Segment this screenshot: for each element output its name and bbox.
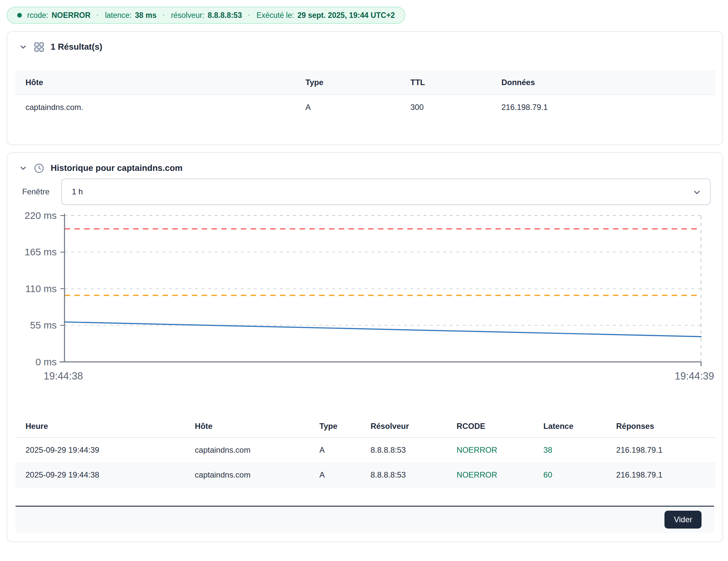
- window-select[interactable]: 1 h: [61, 178, 711, 205]
- results-card: 1 Résultat(s) Hôte Type TTL Données capt…: [7, 31, 723, 145]
- history-resolver: 8.8.8.8:53: [361, 462, 447, 487]
- rcode-value: NOERROR: [52, 11, 91, 20]
- badge-separator: ·: [247, 11, 251, 20]
- history-latency: 60: [533, 462, 606, 487]
- query-status-badge: rcode: NOERROR · latence: 38 ms · résolv…: [7, 7, 405, 24]
- resolver-label: résolveur:: [171, 11, 205, 20]
- clock-icon: [34, 163, 44, 173]
- history-table: Heure Hôte Type Résolveur RCODE Latence …: [16, 420, 715, 488]
- svg-text:110 ms: 110 ms: [25, 283, 57, 294]
- rcode-label: rcode:: [27, 11, 48, 20]
- table-row: captaindns.com. A 300 216.198.79.1: [16, 95, 715, 119]
- history-host: captaindns.com: [185, 462, 309, 487]
- history-col-time: Heure: [16, 420, 185, 438]
- resolver-status: résolveur: 8.8.8.8:53: [171, 11, 242, 20]
- window-select-value: 1 h: [72, 187, 83, 196]
- svg-text:220 ms: 220 ms: [24, 211, 57, 221]
- history-table-header-row: Heure Hôte Type Résolveur RCODE Latence …: [16, 420, 715, 438]
- executed-at-value: 29 sept. 2025, 19:44 UTC+2: [297, 11, 395, 20]
- results-col-type: Type: [296, 70, 400, 95]
- latency-status: latence: 38 ms: [105, 11, 157, 20]
- history-resolver: 8.8.8.8:53: [361, 438, 447, 462]
- collapse-chevron-icon[interactable]: [19, 164, 27, 172]
- status-dot-icon: [17, 13, 22, 18]
- history-time: 2025-09-29 19:44:39: [16, 438, 185, 462]
- result-data: 216.198.79.1: [491, 95, 715, 119]
- results-col-ttl: TTL: [400, 70, 491, 95]
- svg-text:19:44:38: 19:44:38: [44, 370, 83, 382]
- history-latency: 38: [533, 438, 606, 462]
- results-col-host: Hôte: [16, 70, 296, 95]
- latency-value: 38 ms: [135, 11, 157, 20]
- history-host: captaindns.com: [185, 438, 309, 462]
- history-rcode: NOERROR: [447, 462, 533, 487]
- resolver-value: 8.8.8.8:53: [208, 11, 242, 20]
- history-type: A: [309, 438, 360, 462]
- history-col-rcode: RCODE: [447, 420, 533, 438]
- table-row: 2025-09-29 19:44:39 captaindns.com A 8.8…: [16, 438, 715, 462]
- result-host: captaindns.com.: [16, 95, 296, 119]
- clear-history-button[interactable]: Vider: [664, 511, 702, 529]
- window-label: Fenêtre: [22, 187, 61, 196]
- results-table-header-row: Hôte Type TTL Données: [16, 70, 715, 95]
- history-card-title: Historique pour captaindns.com: [51, 163, 183, 173]
- result-type: A: [296, 95, 400, 119]
- chevron-down-icon: [692, 188, 702, 197]
- grid-icon: [34, 42, 44, 52]
- history-col-type: Type: [309, 420, 360, 438]
- history-col-latency: Latence: [533, 420, 606, 438]
- result-ttl: 300: [400, 95, 491, 119]
- history-table-footer: Vider: [16, 506, 714, 533]
- history-col-resolver: Résolveur: [361, 420, 447, 438]
- history-col-responses: Réponses: [606, 420, 715, 438]
- collapse-chevron-icon[interactable]: [19, 43, 27, 51]
- history-responses: 216.198.79.1: [606, 462, 715, 487]
- badge-separator: ·: [162, 11, 166, 20]
- history-time: 2025-09-29 19:44:38: [16, 462, 185, 487]
- latency-label: latence:: [105, 11, 132, 20]
- table-row: 2025-09-29 19:44:38 captaindns.com A 8.8…: [16, 462, 715, 487]
- svg-text:55 ms: 55 ms: [30, 320, 57, 331]
- history-responses: 216.198.79.1: [606, 438, 715, 462]
- svg-text:165 ms: 165 ms: [24, 246, 57, 257]
- results-table: Hôte Type TTL Données captaindns.com. A …: [16, 70, 715, 119]
- results-col-data: Données: [491, 70, 715, 95]
- rcode-status: rcode: NOERROR: [27, 11, 91, 20]
- badge-separator: ·: [96, 11, 100, 20]
- svg-text:0 ms: 0 ms: [35, 356, 57, 367]
- latency-history-chart: 0 ms55 ms110 ms165 ms220 ms19:44:3819:44…: [16, 211, 714, 394]
- svg-text:19:44:39: 19:44:39: [675, 370, 714, 382]
- history-type: A: [309, 462, 360, 487]
- latency-chart-svg: 0 ms55 ms110 ms165 ms220 ms19:44:3819:44…: [16, 211, 714, 394]
- executed-at-label: Exécuté le:: [256, 11, 294, 20]
- executed-at-status: Exécuté le: 29 sept. 2025, 19:44 UTC+2: [256, 11, 395, 20]
- history-rcode: NOERROR: [447, 438, 533, 462]
- history-card: Historique pour captaindns.com Fenêtre 1…: [7, 152, 723, 542]
- history-col-host: Hôte: [185, 420, 309, 438]
- results-card-title: 1 Résultat(s): [51, 42, 102, 52]
